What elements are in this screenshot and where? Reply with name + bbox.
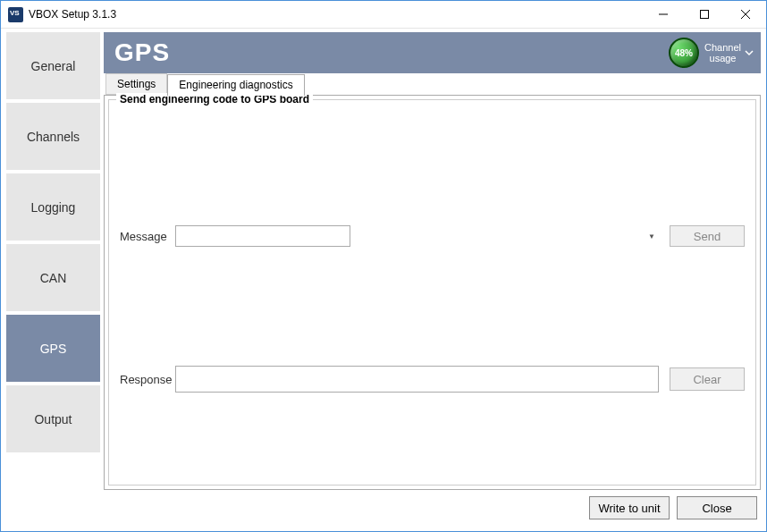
- minimize-button[interactable]: [643, 1, 684, 29]
- gauge-icon: 48%: [669, 38, 699, 68]
- footer: Write to unit Close: [104, 490, 761, 526]
- gauge-value: 48%: [675, 48, 693, 58]
- tab-label: Settings: [117, 78, 156, 90]
- channel-usage-line1: Channel: [704, 42, 741, 53]
- chevron-down-icon[interactable]: [745, 45, 754, 61]
- channel-usage-label[interactable]: Channel usage: [704, 42, 741, 63]
- send-button[interactable]: Send: [670, 225, 745, 247]
- write-to-unit-button[interactable]: Write to unit: [589, 496, 670, 519]
- response-label: Response: [120, 373, 175, 386]
- chevron-down-icon: ▼: [648, 232, 655, 241]
- maximize-icon: [700, 10, 709, 19]
- titlebar: VBOX Setup 3.1.3: [1, 1, 766, 29]
- message-row: Message ▼ Send: [120, 225, 745, 247]
- sidebar-item-label: Channels: [27, 130, 80, 144]
- sidebar-item-channels[interactable]: Channels: [6, 103, 100, 170]
- maximize-button[interactable]: [684, 1, 725, 29]
- sidebar-item-label: Logging: [31, 200, 76, 215]
- sidebar-item-label: GPS: [40, 342, 67, 356]
- close-icon: [741, 10, 750, 19]
- sidebar-item-general[interactable]: General: [6, 32, 100, 99]
- message-combobox[interactable]: ▼: [175, 225, 659, 247]
- tab-settings[interactable]: Settings: [105, 73, 167, 95]
- window-title: VBOX Setup 3.1.3: [29, 8, 643, 21]
- group-send-engineering-code: Send engineering code to GPS board Messa…: [108, 99, 756, 486]
- page-title: GPS: [114, 38, 669, 67]
- app-icon: [8, 7, 23, 22]
- sidebar-item-label: CAN: [40, 271, 67, 285]
- tab-engineering-diagnostics[interactable]: Engineering diagnostics: [167, 74, 304, 96]
- clear-button[interactable]: Clear: [670, 367, 745, 391]
- sidebar-item-logging[interactable]: Logging: [6, 173, 100, 241]
- sidebar-item-label: General: [31, 59, 76, 73]
- channel-usage-line2: usage: [704, 53, 741, 63]
- message-label: Message: [120, 230, 175, 243]
- response-row: Response Clear: [120, 366, 745, 393]
- main: General Channels Logging CAN GPS Output …: [1, 29, 766, 531]
- tab-panel: Send engineering code to GPS board Messa…: [104, 96, 761, 490]
- close-window-button[interactable]: [725, 1, 766, 29]
- page-banner: GPS 48% Channel usage: [104, 32, 761, 73]
- sidebar-item-label: Output: [34, 412, 72, 426]
- content: GPS 48% Channel usage Settings Engineeri…: [100, 29, 766, 531]
- message-input[interactable]: [175, 225, 350, 247]
- close-button[interactable]: Close: [677, 496, 757, 519]
- sidebar-item-output[interactable]: Output: [6, 385, 100, 452]
- minimize-icon: [659, 10, 668, 19]
- response-field: [175, 366, 659, 393]
- sidebar-item-can[interactable]: CAN: [6, 244, 100, 311]
- tabs: Settings Engineering diagnostics: [104, 73, 761, 96]
- sidebar-item-gps[interactable]: GPS: [6, 315, 100, 382]
- tab-label: Engineering diagnostics: [179, 79, 292, 91]
- sidebar: General Channels Logging CAN GPS Output: [1, 29, 100, 531]
- svg-rect-1: [701, 11, 709, 19]
